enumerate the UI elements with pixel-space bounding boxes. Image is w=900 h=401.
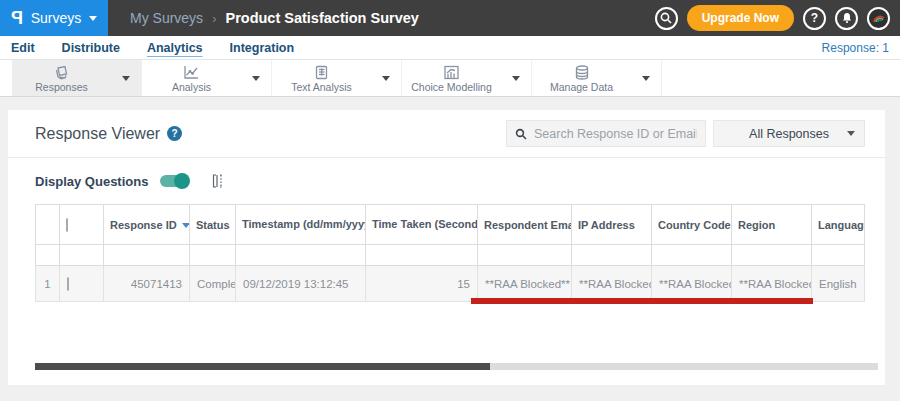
search-icon <box>515 128 527 140</box>
panel-header: Response Viewer ? All Responses <box>8 110 885 158</box>
choice-modelling-icon <box>443 65 460 80</box>
language-cell: English <box>812 266 865 302</box>
toolbar-manage-data-dropdown[interactable] <box>631 60 661 96</box>
display-questions-toggle[interactable] <box>160 175 188 187</box>
col-country-code[interactable]: Country Code <box>652 205 732 245</box>
filter-cell-status[interactable] <box>190 245 236 266</box>
tab-edit[interactable]: Edit <box>11 41 35 55</box>
response-search-box[interactable] <box>506 120 706 147</box>
col-country-code-label: Country Code <box>658 219 731 231</box>
pin-columns-button[interactable] <box>210 173 226 189</box>
row-checkbox[interactable] <box>67 277 69 291</box>
product-switcher[interactable]: P Surveys <box>0 0 108 36</box>
chevron-down-icon <box>512 76 520 81</box>
row-number-cell: 1 <box>36 266 60 302</box>
chevron-down-icon <box>382 76 390 81</box>
breadcrumb-separator: › <box>212 11 216 26</box>
product-menu-label: Surveys <box>31 10 82 26</box>
toggle-knob <box>174 173 190 189</box>
survey-tab-bar: Edit Distribute Analytics Integration Re… <box>0 36 900 60</box>
title-help-button[interactable]: ? <box>167 126 182 141</box>
toolbar-item-text-analysis[interactable]: Text Analysis <box>272 60 402 96</box>
toolbar-item-analysis[interactable]: Analysis <box>142 60 272 96</box>
notifications-button[interactable] <box>835 7 858 30</box>
upgrade-now-button[interactable]: Upgrade Now <box>687 5 794 31</box>
col-select-all[interactable] <box>60 205 104 245</box>
filter-cell-response-id[interactable] <box>104 245 190 266</box>
responses-filter-value: All Responses <box>749 127 829 141</box>
response-search-input[interactable] <box>534 127 697 141</box>
global-search-button[interactable] <box>655 7 678 30</box>
country-code-cell: **RAA Blocked** <box>652 266 732 302</box>
filter-cell-timestamp[interactable] <box>236 245 366 266</box>
search-icon <box>660 12 672 24</box>
toolbar-choice-modelling-dropdown[interactable] <box>501 60 531 96</box>
row-select-cell[interactable] <box>60 266 104 302</box>
col-time-taken-label: Time Taken (Seconds) <box>372 218 478 230</box>
chevron-down-icon <box>252 76 260 81</box>
select-all-checkbox[interactable] <box>66 218 68 232</box>
col-timestamp[interactable]: Timestamp (dd/mm/yyyy) <box>236 205 366 245</box>
col-respondent-email[interactable]: Respondent Email <box>478 205 572 245</box>
toolbar-responses-main: Responses <box>12 60 111 96</box>
ip-address-cell: **RAA Blocked** <box>572 266 652 302</box>
toolbar-responses-dropdown[interactable] <box>111 60 141 96</box>
tab-analytics[interactable]: Analytics <box>147 41 203 55</box>
chevron-down-icon <box>642 76 650 81</box>
top-header-bar: P Surveys My Surveys › Product Satisfact… <box>0 0 900 36</box>
col-time-taken[interactable]: Time Taken (Seconds) <box>366 205 478 245</box>
header-actions: Upgrade Now ? <box>655 0 900 36</box>
col-language[interactable]: Language <box>812 205 865 245</box>
toolbar-analysis-label: Analysis <box>172 81 211 93</box>
toolbar-analysis-dropdown[interactable] <box>241 60 271 96</box>
user-avatar[interactable] <box>867 7 890 30</box>
breadcrumb-my-surveys[interactable]: My Surveys <box>130 10 203 26</box>
responses-grid: Response ID Status Timestamp (dd/mm/yyyy… <box>35 204 865 302</box>
response-count-badge: Response: 1 <box>822 41 889 55</box>
col-region-label: Region <box>738 219 775 231</box>
toolbar-item-choice-modelling[interactable]: Choice Modelling <box>402 60 532 96</box>
responses-icon <box>53 65 70 80</box>
toolbar-text-analysis-main: Text Analysis <box>272 60 371 96</box>
response-viewer-panel: Response Viewer ? All Responses Display … <box>8 110 885 385</box>
help-button[interactable]: ? <box>803 7 826 30</box>
filter-cell-region[interactable] <box>732 245 812 266</box>
tab-integration[interactable]: Integration <box>230 41 295 55</box>
toolbar-text-analysis-dropdown[interactable] <box>371 60 401 96</box>
response-viewer-page: { "header": { "logo_glyph": "P", "produc… <box>0 0 900 401</box>
horizontal-scrollbar-track[interactable] <box>35 363 878 370</box>
chevron-down-icon <box>122 76 130 81</box>
col-region[interactable]: Region <box>732 205 812 245</box>
toolbar-choice-modelling-main: Choice Modelling <box>402 60 501 96</box>
filter-row <box>36 245 865 266</box>
pin-columns-icon <box>210 173 226 189</box>
panel-header-actions: All Responses <box>506 120 865 147</box>
filter-cell-time-taken[interactable] <box>366 245 478 266</box>
filter-cell-country-code[interactable] <box>652 245 732 266</box>
page-title-text: Response Viewer <box>35 125 160 143</box>
display-questions-label: Display Questions <box>35 174 148 189</box>
sort-desc-icon <box>182 223 190 228</box>
toolbar-analysis-main: Analysis <box>142 60 241 96</box>
col-language-label: Language <box>818 219 865 231</box>
col-row-number <box>36 205 60 245</box>
toolbar-item-manage-data[interactable]: Manage Data <box>532 60 662 96</box>
col-ip-address[interactable]: IP Address <box>572 205 652 245</box>
filter-cell-language[interactable] <box>812 245 865 266</box>
responses-filter-dropdown[interactable]: All Responses <box>713 120 865 147</box>
filter-cell-respondent-email[interactable] <box>478 245 572 266</box>
filter-cell-ip-address[interactable] <box>572 245 652 266</box>
tab-distribute[interactable]: Distribute <box>62 41 120 55</box>
questionpro-logo-icon: P <box>11 8 23 29</box>
toolbar-item-responses[interactable]: Responses <box>12 60 142 96</box>
status-cell: Completed <box>190 266 236 302</box>
responses-table: Response ID Status Timestamp (dd/mm/yyyy… <box>35 204 865 302</box>
question-mark-icon: ? <box>811 11 818 25</box>
horizontal-scrollbar-thumb[interactable] <box>35 363 490 370</box>
grid-controls: Display Questions <box>8 158 885 204</box>
response-id-cell[interactable]: 45071413 <box>104 266 190 302</box>
chevron-down-icon <box>89 16 97 21</box>
col-response-id[interactable]: Response ID <box>104 205 190 245</box>
table-header-row: Response ID Status Timestamp (dd/mm/yyyy… <box>36 205 865 245</box>
col-status[interactable]: Status <box>190 205 236 245</box>
